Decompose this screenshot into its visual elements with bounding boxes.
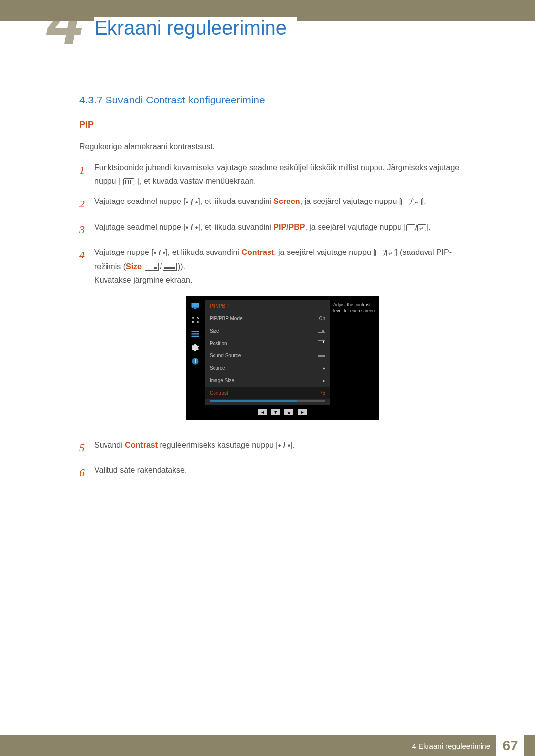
position-value-icon [318, 340, 325, 345]
sub-heading-pip: PIP [79, 120, 471, 130]
step-text: ]. [422, 197, 426, 205]
osd-row-sound: Sound Source [205, 350, 330, 362]
osd-sidebar: i [186, 300, 205, 405]
step-body: Suvandi Contrast reguleerimiseks kasutag… [94, 438, 471, 456]
step-text: ]. [290, 441, 295, 449]
steps-list: 1 Funktsioonide juhendi kuvamiseks vajut… [79, 161, 471, 482]
osd-label: Sound Source [210, 352, 241, 360]
step-number: 4 [79, 246, 94, 431]
nav-up-icon: ▲ [284, 409, 293, 415]
osd-help-panel: Adjust the contrast level for each scree… [330, 300, 379, 405]
osd-label: PIP/PBP Mode [210, 314, 243, 323]
osd-value [316, 352, 325, 360]
footer: 4 Ekraani reguleerimine 67 [0, 735, 535, 756]
step-text: , ja seejärel vajutage nuppu [ [300, 197, 402, 205]
enter-icon [417, 224, 426, 231]
step-text: Vajutage seadmel nuppe [ [94, 197, 186, 205]
dot-slash-icon: • / • [186, 221, 198, 234]
step-body: Vajutage seadmel nuppe [ • / • ], et lii… [94, 195, 471, 213]
osd-row-size: Size [205, 325, 330, 337]
step-5: 5 Suvandi Contrast reguleerimiseks kasut… [79, 438, 471, 456]
osd-row-contrast: Contrast 75 [205, 387, 330, 399]
osd-value: ▸ [316, 376, 325, 385]
step-body: Vajutage nuppe [ • / • ], et liikuda suv… [94, 246, 471, 431]
highlight-contrast: Contrast [125, 441, 158, 449]
step-number: 5 [79, 438, 94, 456]
menu-icon [123, 178, 134, 185]
resize-icon [190, 315, 201, 324]
dot-slash-icon: • / • [154, 246, 166, 259]
nav-right-icon: ► [298, 409, 307, 415]
highlight-size: Size [126, 262, 142, 271]
osd-menu: i PIP/PBP PIP/PBP Mode On Size [186, 296, 379, 420]
select-icon [401, 199, 410, 205]
step-body: Vajutage seadmel nuppe [ • / • ], et lii… [94, 220, 471, 239]
osd-row-source: Source ▸ [205, 362, 330, 374]
step-text: Suvandi [94, 441, 125, 449]
step-3: 3 Vajutage seadmel nuppe [ • / • ], et l… [79, 220, 471, 239]
step-text: ], et liikuda suvandini [165, 248, 241, 256]
step-1: 1 Funktsioonide juhendi kuvamiseks vajut… [79, 161, 471, 188]
step-number: 6 [79, 463, 94, 482]
chapter-number-bg: 4 [47, 0, 83, 53]
footer-page-number: 67 [496, 735, 524, 756]
step-text: Kuvatakse järgmine ekraan. [94, 276, 192, 284]
osd-row-mode: PIP/PBP Mode On [205, 312, 330, 325]
step-6: 6 Valitud säte rakendatakse. [79, 463, 471, 482]
info-icon: i [190, 357, 201, 366]
svg-rect-0 [192, 303, 199, 308]
svg-rect-4 [192, 336, 199, 337]
chapter-title: Ekraani reguleerimine [94, 17, 297, 39]
nav-left-icon: ◄ [258, 409, 267, 415]
step-text: , ja seejärel vajutage nuppu [ [305, 223, 406, 231]
osd-inner: i PIP/PBP PIP/PBP Mode On Size [186, 300, 379, 405]
osd-value: On [316, 314, 325, 323]
dot-slash-icon: • / • [278, 439, 291, 452]
highlight-pippbp: PIP/PBP [273, 223, 305, 231]
size-large-icon [163, 263, 177, 271]
nav-down-icon: ▼ [271, 409, 280, 415]
step-body: Funktsioonide juhendi kuvamiseks vajutag… [94, 161, 471, 188]
list-icon [190, 329, 201, 338]
osd-label: Size [210, 327, 219, 335]
select-icon [375, 250, 384, 256]
svg-rect-1 [194, 308, 197, 309]
step-text: Vajutage seadmel nuppe [ [94, 223, 186, 231]
step-body: Valitud säte rakendatakse. [94, 463, 471, 482]
gear-icon [190, 343, 201, 352]
svg-rect-3 [192, 333, 199, 334]
osd-value: 75 [316, 389, 325, 397]
osd-label: Source [210, 364, 225, 372]
step-4: 4 Vajutage nuppe [ • / • ], et liikuda s… [79, 246, 471, 431]
step-text: )). [178, 262, 185, 271]
size-value-icon [318, 328, 325, 333]
svg-rect-2 [192, 331, 199, 332]
osd-value [316, 339, 325, 348]
highlight-contrast: Contrast [241, 248, 274, 256]
step-text: Vajutage nuppe [ [94, 248, 154, 256]
step-text: reguleerimiseks kasutage nuppu [ [158, 441, 278, 449]
size-small-icon [145, 263, 159, 271]
step-text: ]. [426, 223, 430, 231]
monitor-icon [190, 302, 201, 310]
svg-text:i: i [195, 359, 196, 364]
osd-contrast-slider [210, 400, 325, 402]
intro-text: Reguleerige alamekraani kontrastsust. [79, 142, 471, 151]
osd-label: Image Size [210, 376, 234, 385]
osd-nav-bar: ◄ ▼ ▲ ► [186, 405, 379, 420]
enter-icon [386, 250, 395, 256]
dot-slash-icon: • / • [186, 196, 198, 209]
osd-row-image: Image Size ▸ [205, 374, 330, 387]
footer-text: 4 Ekraani reguleerimine [412, 742, 496, 750]
select-icon [406, 224, 415, 231]
sound-value-icon [318, 353, 325, 357]
step-number: 1 [79, 161, 94, 188]
step-text: ], et liikuda suvandini [198, 197, 273, 205]
step-number: 2 [79, 195, 94, 213]
osd-row-position: Position [205, 337, 330, 350]
osd-title: PIP/PBP [205, 300, 330, 312]
highlight-screen: Screen [273, 197, 300, 205]
section-heading: 4.3.7 Suvandi Contrast konfigureerimine [79, 94, 471, 106]
osd-label: Contrast [210, 389, 228, 397]
osd-value: ▸ [316, 364, 325, 372]
